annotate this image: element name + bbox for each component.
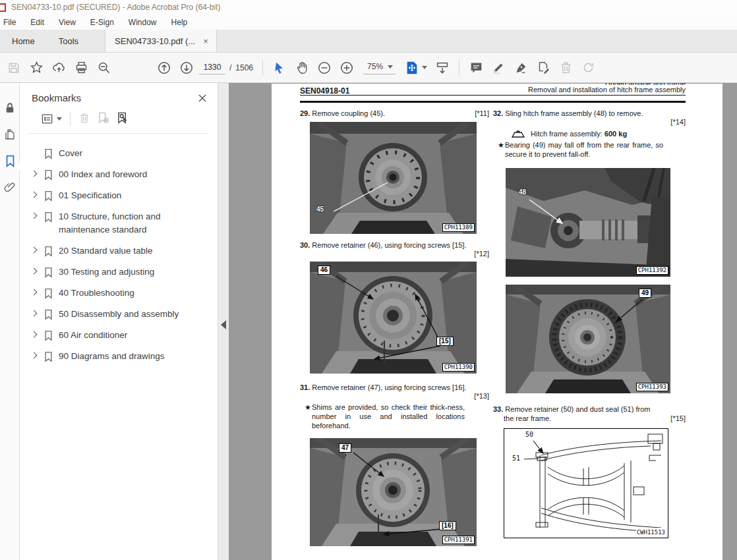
chevron-right-icon[interactable] (29, 309, 40, 320)
menu-window[interactable]: Window (121, 14, 164, 30)
panel-close-icon[interactable] (198, 94, 207, 103)
expand-current-bookmark-button[interactable] (116, 111, 129, 126)
trash-icon (78, 112, 90, 124)
page-thumbnails-button[interactable] (0, 121, 20, 148)
next-page-button[interactable] (175, 57, 198, 78)
star-icon (30, 61, 44, 74)
delete-button[interactable] (554, 57, 577, 78)
redo-arc-icon (581, 61, 595, 74)
part-label-47: 47 (339, 443, 351, 453)
esign-button[interactable] (510, 57, 532, 78)
menu-help[interactable]: Help (164, 14, 195, 30)
bookmark-item-index-foreword[interactable]: 00 Index and foreword (20, 164, 218, 185)
bookmark-item-troubleshooting[interactable]: 40 Troubleshooting (20, 283, 218, 304)
page-down-icon (179, 61, 194, 75)
step-30: 30. Remove retainer (46), using forcing … (300, 240, 489, 258)
star-bullet: ★ (300, 403, 312, 430)
zoom-level-value: 75% (367, 62, 383, 71)
select-tool-button[interactable] (268, 57, 291, 78)
bookmark-options-button[interactable] (41, 113, 62, 125)
menu-file[interactable]: File (0, 14, 23, 30)
page-header-code: SEN04918-01 (300, 86, 349, 96)
share-button[interactable] (47, 57, 70, 78)
chevron-right-icon[interactable] (29, 169, 40, 180)
bookmark-icon (44, 148, 53, 159)
save-button[interactable] (3, 57, 25, 78)
tab-home[interactable]: Home (0, 30, 47, 52)
bookmark-item-cover[interactable]: Cover (20, 143, 218, 164)
scrolling-mode-button[interactable] (431, 57, 454, 78)
search-button[interactable] (92, 57, 115, 78)
new-bookmark-button[interactable] (97, 111, 109, 126)
bookmark-item-diagrams-drawings[interactable]: 90 Diagrams and drawings (20, 346, 218, 367)
zoom-out-button[interactable] (313, 57, 336, 78)
print-button[interactable] (70, 57, 92, 78)
figure-photo-49: 49 CPH11393 (506, 285, 670, 393)
figure-code: CPH11392 (636, 266, 668, 275)
page-header-title: Removal and installation of hitch frame … (528, 86, 686, 94)
chevron-right-icon[interactable] (29, 267, 40, 277)
paperclip-icon (4, 181, 16, 193)
page-number-input[interactable] (199, 61, 225, 74)
machinery-photo-art (310, 262, 477, 374)
step-33: 33. Remove retainer (50) and dust seal (… (493, 405, 686, 423)
page-total: 1506 (235, 63, 253, 72)
header-rule-thick (300, 101, 686, 103)
pdf-page: SEN04918-01 Undercarriage and frame Remo… (272, 84, 722, 560)
zoom-in-button[interactable] (336, 57, 358, 78)
bookmark-item-standard-value[interactable]: 20 Standard value table (20, 240, 218, 262)
attachments-button[interactable] (0, 174, 20, 200)
fit-page-button[interactable] (401, 57, 431, 78)
bookmark-item-air-conditioner[interactable]: 60 Air conditioner (20, 325, 218, 346)
tab-tools[interactable]: Tools (47, 30, 90, 52)
chevron-right-icon[interactable] (29, 211, 40, 222)
previous-page-button[interactable] (153, 57, 175, 78)
save-icon (7, 61, 20, 74)
star-button[interactable] (25, 57, 47, 78)
bookmark-item-testing-adjusting[interactable]: 30 Testing and adjusting (20, 262, 218, 283)
part-label-46: 46 (318, 266, 330, 275)
menu-esign[interactable]: E-Sign (83, 14, 121, 30)
header-rule-thin (300, 95, 686, 96)
edit-pdf-button[interactable] (532, 57, 554, 78)
chevron-right-icon[interactable] (29, 288, 40, 298)
bookmark-icon (44, 309, 53, 320)
part-label-45: 45 (316, 205, 324, 214)
tab-close-icon[interactable]: × (202, 36, 210, 46)
highlight-button[interactable] (487, 57, 510, 78)
bookmark-item-specification[interactable]: 01 Specification (20, 185, 218, 206)
bookmark-icon (44, 169, 53, 181)
figure-photo-46: 46 [15] CPH11390 (310, 262, 477, 374)
document-viewport[interactable]: SEN04918-01 Undercarriage and frame Remo… (229, 83, 737, 560)
page-number-box: / 1506 (199, 61, 253, 74)
delete-bookmark-button[interactable] (78, 112, 90, 126)
collapse-panel-arrow-icon[interactable] (221, 320, 226, 329)
bookmark-icon (44, 330, 53, 341)
chevron-right-icon[interactable] (29, 190, 40, 201)
menu-edit[interactable]: Edit (23, 14, 51, 30)
chevron-right-icon[interactable] (29, 330, 40, 341)
weight-callout: Hitch frame assembly: 600 kg (511, 129, 686, 138)
panel-splitter[interactable] (218, 83, 229, 560)
chevron-right-icon[interactable] (29, 351, 40, 362)
bookmark-item-structure-function[interactable]: 10 Structure, function and maintenance s… (20, 206, 218, 240)
redo-button[interactable] (577, 57, 599, 78)
bookmark-icon (44, 190, 53, 202)
chevron-right-icon[interactable] (29, 246, 40, 256)
menu-view[interactable]: View (51, 14, 83, 30)
options-list-icon (41, 113, 53, 125)
minus-circle-icon (317, 61, 332, 75)
step-32-ref: [*14] (493, 118, 686, 126)
options-caret-icon (57, 117, 62, 121)
bookmark-item-disassembly-assembly[interactable]: 50 Disassembly and assembly (20, 304, 218, 325)
security-settings-button[interactable] (0, 95, 20, 121)
step-31-ref: [*13] (300, 392, 489, 401)
comment-button[interactable] (465, 57, 487, 78)
plus-circle-icon (339, 61, 354, 75)
hand-tool-button[interactable] (291, 57, 313, 78)
zoom-level-control[interactable]: 75% (363, 61, 396, 74)
tab-document[interactable]: SEN04733-10.pdf (... × (105, 30, 217, 52)
figure-code: CWH11513 (636, 528, 666, 537)
line-drawing-art (504, 429, 668, 538)
step-32: 32. Sling hitch frame assembly (48) to r… (493, 109, 686, 159)
